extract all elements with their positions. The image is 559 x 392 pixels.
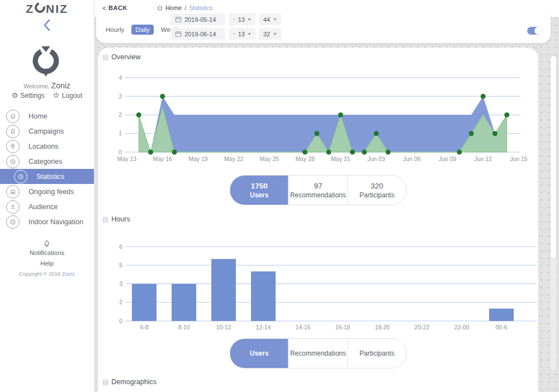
svg-text:Jun 09: Jun 09 (439, 155, 457, 162)
hours-tabs-control: Users Recommendations Participants (230, 338, 407, 369)
start-minute-select[interactable]: 44 (259, 13, 281, 25)
svg-text:0: 0 (119, 149, 122, 155)
svg-text:5: 5 (119, 262, 122, 268)
sidebar-item-label: Statistics (36, 173, 64, 181)
sidebar: ZNIZ Welcome, Zoniz ⚙ Settings Logout Ho… (0, 0, 94, 392)
notifications-button[interactable]: Notifications (0, 239, 94, 256)
sidebar-item-home[interactable]: Home (0, 108, 94, 124)
back-button[interactable]: < BACK (102, 4, 127, 12)
hours-bar-chart: 023566-88-1010-1212-1414-1616-1818-2020-… (98, 232, 538, 333)
notifications-label: Notifications (0, 249, 94, 256)
help-button[interactable]: Help (0, 260, 94, 267)
start-hour-select[interactable]: 13 (229, 13, 255, 25)
stat-participants-button[interactable]: 320 Participants (347, 176, 406, 205)
sidebar-collapse-button[interactable] (0, 19, 94, 34)
section-grid-icon: ▤ (102, 216, 108, 223)
sidebar-item-statistics[interactable]: Statistics (0, 169, 94, 184)
breadcrumb: < BACK Home / Statistics (102, 3, 212, 13)
svg-text:1: 1 (119, 130, 122, 136)
breadcrumb-home-label: Home (165, 4, 182, 11)
users-count: 1750 (251, 182, 268, 190)
svg-text:14-16: 14-16 (296, 324, 311, 330)
tab-hourly[interactable]: Hourly (102, 25, 128, 35)
sidebar-item-campaigns[interactable]: Campaigns (0, 124, 94, 139)
sidebar-nav: Home Campaigns Locations Categories Stat… (0, 108, 94, 229)
statistics-page: { "colors": { "accent": "#7389cb", "grid… (0, 0, 559, 392)
section-grid-icon: ▤ (102, 54, 108, 60)
scrollbar-thumb[interactable] (551, 56, 556, 258)
settings-button[interactable]: ⚙ Settings (12, 91, 45, 100)
svg-text:22-00: 22-00 (454, 324, 470, 330)
svg-text:6-8: 6-8 (140, 324, 148, 330)
calendar-icon (175, 31, 182, 37)
welcome-prefix: Welcome, (23, 83, 50, 89)
sidebar-item-label: Campaigns (29, 127, 64, 135)
svg-text:Jun 15: Jun 15 (510, 155, 528, 162)
sidebar-item-label: Audience (29, 203, 58, 211)
svg-text:10-12: 10-12 (216, 324, 231, 330)
stat-recommendations-button[interactable]: 97 Recommendations (288, 176, 347, 205)
svg-text:May 28: May 28 (295, 155, 315, 162)
indoor-navigation-icon (6, 215, 20, 229)
participants-label: Participants (359, 191, 395, 199)
start-date-input[interactable]: 2019-05-14 (170, 13, 225, 25)
sidebar-item-indoor-navigation[interactable]: Indoor Navigation (0, 214, 94, 229)
svg-text:Jun 12: Jun 12 (474, 155, 492, 162)
ongoing-feeds-icon (6, 185, 20, 199)
hours-title: Hours (111, 215, 130, 223)
sidebar-item-audience[interactable]: Audience (0, 199, 94, 214)
sidebar-item-label: Ongoing feeds (29, 188, 74, 196)
end-minute-select[interactable]: 32 (259, 28, 281, 40)
logout-label: Logout (62, 92, 83, 100)
pin-icon (28, 44, 64, 77)
tab-daily[interactable]: Daily (131, 25, 154, 35)
hours-users-tab[interactable]: Users (230, 339, 288, 368)
demographics-section-header: ▤ Demographics (102, 378, 157, 386)
breadcrumb-current[interactable]: Statistics (189, 4, 212, 11)
sidebar-item-label: Categories (29, 158, 62, 166)
sidebar-item-categories[interactable]: Categories (0, 154, 94, 169)
users-label: Users (250, 191, 268, 199)
end-minute-value: 32 (263, 31, 270, 37)
end-hour-value: 13 (238, 31, 245, 37)
end-hour-select[interactable]: 13 (229, 28, 255, 40)
copyright-brand-link[interactable]: Zoniz (62, 271, 75, 277)
svg-text:12-14: 12-14 (256, 324, 271, 330)
overview-section-header: ▤ Overview (102, 53, 140, 61)
clock-icon (233, 16, 235, 22)
clock-icon (233, 31, 235, 37)
date-row-end: 2019-06-14 13 32 (170, 28, 281, 40)
power-icon (53, 92, 60, 99)
breadcrumb-home[interactable]: Home (157, 4, 182, 11)
svg-text:18-20: 18-20 (375, 324, 390, 330)
stats-toggle[interactable] (527, 27, 542, 35)
hours-participants-tab[interactable]: Participants (347, 339, 406, 368)
svg-text:May 31: May 31 (331, 155, 350, 162)
svg-text:2: 2 (119, 111, 122, 118)
statistics-panel: ▤ Overview 01234May 13May 16May 19May 22… (98, 48, 538, 392)
chevron-left-icon (43, 19, 51, 31)
sidebar-item-locations[interactable]: Locations (0, 139, 94, 154)
audience-icon (6, 200, 20, 214)
settings-label: Settings (20, 92, 44, 100)
copyright-text: Copyright © 2018 Zoniz (0, 271, 94, 277)
chevron-down-icon (273, 33, 277, 35)
statistics-icon (14, 170, 27, 183)
zoniz-pin-logo (28, 44, 64, 79)
stat-users-button[interactable]: 1750 Users (230, 176, 288, 205)
locations-icon (6, 140, 20, 153)
logout-button[interactable]: Logout (53, 91, 83, 100)
chevron-down-icon (248, 18, 251, 21)
chevron-down-icon (248, 33, 251, 35)
svg-text:May 16: May 16 (153, 155, 173, 162)
hours-recommendations-tab[interactable]: Recommendations (288, 339, 347, 368)
zoniz-wordmark: ZNIZ (0, 2, 94, 16)
campaigns-icon (6, 125, 20, 138)
end-date-input[interactable]: 2019-06-14 (170, 28, 225, 40)
recommendations-count: 97 (314, 182, 322, 190)
chevron-down-icon (273, 18, 277, 21)
sidebar-item-label: Indoor Navigation (29, 218, 83, 226)
categories-icon (6, 155, 20, 168)
sidebar-item-ongoing-feeds[interactable]: Ongoing feeds (0, 184, 94, 199)
svg-text:Jun 03: Jun 03 (367, 155, 385, 162)
